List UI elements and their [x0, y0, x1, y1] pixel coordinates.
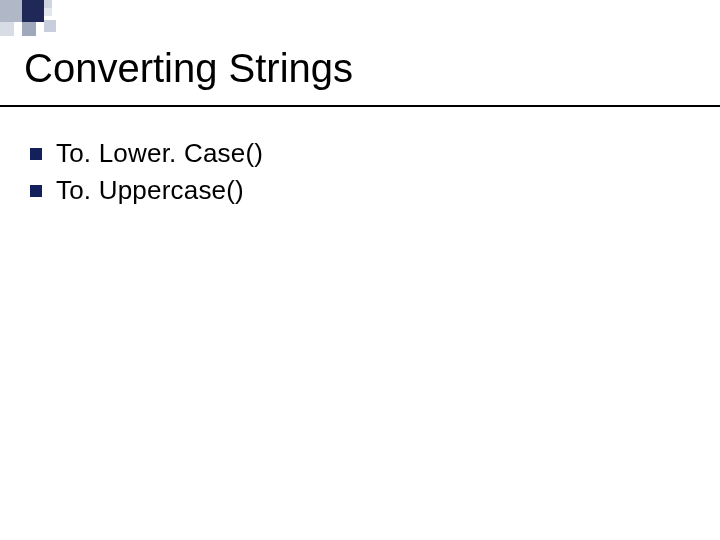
slide-title: Converting Strings — [24, 46, 696, 105]
deco-square — [44, 20, 56, 32]
list-item: To. Lower. Case() — [30, 138, 690, 169]
deco-square — [0, 22, 14, 36]
deco-square — [44, 8, 52, 16]
deco-square — [0, 0, 22, 22]
bullet-square-icon — [30, 185, 42, 197]
bullet-text: To. Lower. Case() — [56, 138, 263, 169]
bullet-square-icon — [30, 148, 42, 160]
bullet-text: To. Uppercase() — [56, 175, 244, 206]
content-area: To. Lower. Case() To. Uppercase() — [30, 138, 690, 212]
deco-square — [22, 0, 44, 22]
deco-square — [44, 0, 52, 8]
deco-square — [22, 22, 36, 36]
title-area: Converting Strings — [24, 46, 696, 105]
corner-decoration — [0, 0, 110, 38]
title-underline — [0, 105, 720, 107]
list-item: To. Uppercase() — [30, 175, 690, 206]
